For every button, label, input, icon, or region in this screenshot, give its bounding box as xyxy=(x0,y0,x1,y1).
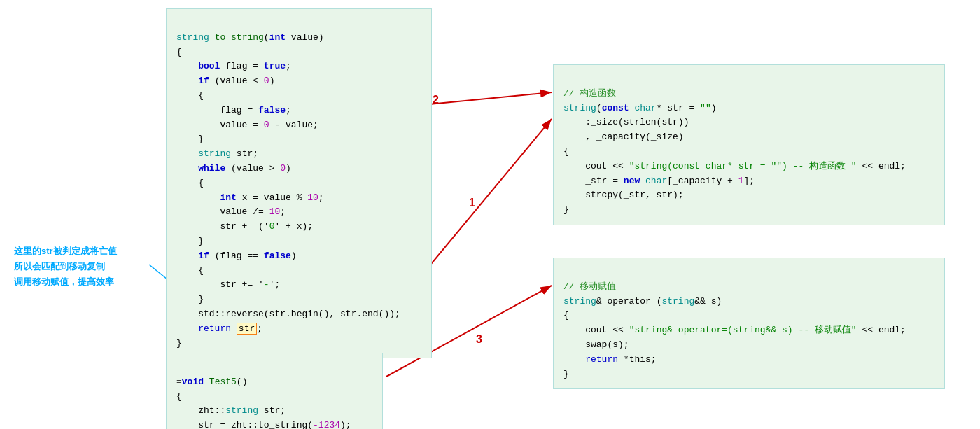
line-ctor-new: _str = new char[_capacity + 1]; xyxy=(564,176,755,186)
line-ctor-strcpy: strcpy(_str, str); xyxy=(564,190,684,200)
line-ctor-close: } xyxy=(564,204,569,215)
line-dash: str += '-'; xyxy=(176,279,280,290)
line-brace2: { xyxy=(176,90,204,101)
line-int-x: int x = value % 10; xyxy=(176,192,324,203)
line-cap-init: , _capacity(_size) xyxy=(564,132,684,142)
line-constructor-sig: string(const char* str = "") xyxy=(564,103,717,113)
line-test-assign: str = zht::to_string(-1234); xyxy=(176,420,351,429)
arrow-label-2: 2 xyxy=(433,94,439,106)
line-brace1: { xyxy=(176,47,182,57)
annotation-line3: 调用移动赋值，提高效率 xyxy=(14,276,114,287)
line-while: while (value > 0) xyxy=(176,163,291,174)
line-if2: if (flag == false) xyxy=(176,251,297,261)
arrow-label-3: 3 xyxy=(476,333,482,345)
line-move-swap: swap(s); xyxy=(564,339,629,350)
line-cmt-move: // 移动赋值 xyxy=(564,281,616,292)
line-move-close: } xyxy=(564,369,569,379)
line-brace4: { xyxy=(176,265,204,276)
line-value-neg: value = 0 - value; xyxy=(176,120,318,130)
line-cmt-constructor: // 构造函数 xyxy=(564,88,616,99)
line-sig: string to_string(int value) xyxy=(176,32,324,43)
line-string-str: string str; xyxy=(176,148,258,159)
line-size-init: :_size(strlen(str)) xyxy=(564,117,689,127)
line-move-return: return *this; xyxy=(564,354,657,365)
line-close2: } xyxy=(176,236,204,246)
line-reverse: std::reverse(str.begin(), str.end()); xyxy=(176,309,400,319)
line-ctor-brace: { xyxy=(564,146,569,157)
annotation-line1: 这里的str被判定成将亡值 xyxy=(14,246,117,256)
line-move-sig: string& operator=(string&& s) xyxy=(564,296,722,307)
test-function-box: =void Test5() { zht::string str; str = z… xyxy=(166,353,383,429)
constructor-box: // 构造函数 string(const char* str = "") :_s… xyxy=(553,64,945,225)
line-close3: } xyxy=(176,294,204,304)
line-flag-false: flag = false; xyxy=(176,105,291,115)
line-brace3: { xyxy=(176,178,204,188)
line-test-str-decl: zht::string str; xyxy=(176,405,286,416)
arrow-label-1: 1 xyxy=(469,197,475,209)
line-close1: } xyxy=(176,134,204,144)
line-ctor-cout: cout << "string(const char* str = "") --… xyxy=(564,161,906,171)
line-test-brace: { xyxy=(176,391,182,402)
line-move-cout: cout << "string& operator=(string&& s) -… xyxy=(564,325,906,335)
line-str-plus: str += ('0' + x); xyxy=(176,221,313,232)
line-if1: if (value < 0) xyxy=(176,76,274,86)
annotation-text: 这里的str被判定成将亡值 所以会匹配到移动复制 调用移动赋值，提高效率 xyxy=(14,244,117,290)
line-return: return str; xyxy=(176,323,262,335)
line-close-main: } xyxy=(176,338,182,349)
main-function-box: string to_string(int value) { bool flag … xyxy=(166,8,432,358)
move-assign-box: // 移动赋值 string& operator=(string&& s) { … xyxy=(553,258,945,389)
line-move-brace: { xyxy=(564,310,569,321)
line-bool: bool flag = true; xyxy=(176,61,291,71)
line-test-sig: =void Test5() xyxy=(176,377,247,387)
line-value-div: value /= 10; xyxy=(176,206,286,217)
annotation-line2: 所以会匹配到移动复制 xyxy=(14,261,105,272)
